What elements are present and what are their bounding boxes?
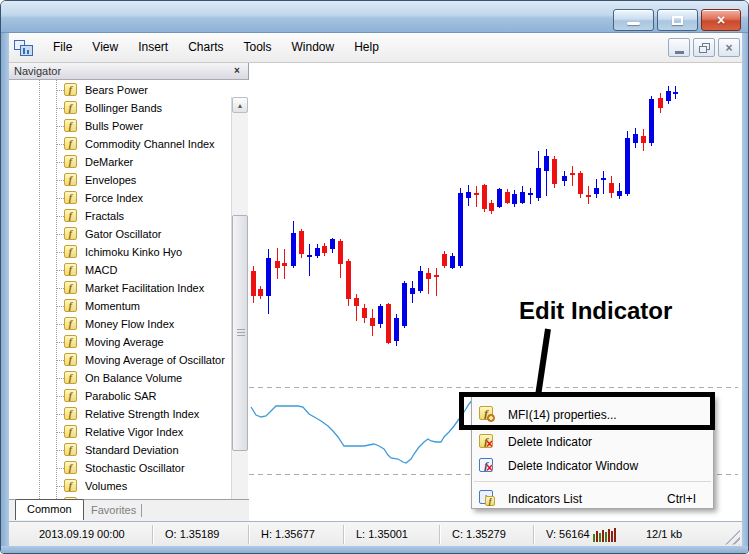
maximize-button[interactable] — [657, 9, 698, 31]
tree-item-momentum[interactable]: fMomentum — [9, 297, 249, 315]
child-restore-button[interactable] — [693, 38, 715, 57]
indicator-function-icon: f — [64, 461, 77, 474]
tree-item-volumes[interactable]: fVolumes — [9, 477, 249, 495]
tree-item-label: Commodity Channel Index — [85, 135, 215, 153]
indicator-context-menu: f MFI(14) properties... f× Delete Indica… — [471, 395, 714, 509]
candlestick — [578, 173, 583, 194]
tree-item-label: On Balance Volume — [85, 369, 182, 387]
candlestick — [666, 91, 671, 101]
indicator-function-icon: f — [64, 173, 77, 186]
tree-item-moving-average-of-oscillator[interactable]: fMoving Average of Oscillator — [9, 351, 249, 369]
tree-item-gator-oscillator[interactable]: fGator Oscillator — [9, 225, 249, 243]
mfi-indicator-line — [251, 394, 478, 463]
menu-item-delete-indicator[interactable]: f× Delete Indicator — [472, 430, 713, 454]
tree-item-parabolic-sar[interactable]: fParabolic SAR — [9, 387, 249, 405]
delete-indicator-icon: f× — [479, 434, 497, 451]
candlestick — [251, 271, 256, 296]
candlestick — [482, 185, 487, 209]
scrollbar-thumb[interactable] — [232, 215, 248, 451]
tree-item-standard-deviation[interactable]: fStandard Deviation — [9, 441, 249, 459]
tree-item-ichimoku-kinko-hyo[interactable]: fIchimoku Kinko Hyo — [9, 243, 249, 261]
indicator-function-icon: f — [64, 335, 77, 348]
tree-item-envelopes[interactable]: fEnvelopes — [9, 171, 249, 189]
tree-item-label: Gator Oscillator — [85, 225, 161, 243]
tree-item-on-balance-volume[interactable]: fOn Balance Volume — [9, 369, 249, 387]
indicator-properties-icon: f — [479, 406, 497, 423]
edit-indicator-annotation: Edit Indicator — [519, 297, 672, 325]
scroll-up-icon[interactable]: ▲ — [232, 97, 248, 113]
tree-item-label: Volumes — [85, 477, 127, 495]
tree-item-demarker[interactable]: fDeMarker — [9, 153, 249, 171]
tree-item-bears-power[interactable]: fBears Power — [9, 81, 249, 99]
candlestick — [330, 239, 335, 249]
child-minimize-button[interactable] — [668, 38, 690, 57]
window-titlebar[interactable]: × — [1, 1, 749, 33]
tree-item-label: Money Flow Index — [85, 315, 174, 333]
tree-item-relative-vigor-index[interactable]: fRelative Vigor Index — [9, 423, 249, 441]
tab-favorites[interactable]: Favorites — [81, 500, 146, 521]
menu-item-delete-indicator-window[interactable]: f× Delete Indicator Window — [472, 454, 713, 478]
menu-tools[interactable]: Tools — [234, 33, 282, 62]
indicator-function-icon: f — [64, 101, 77, 114]
menu-charts[interactable]: Charts — [178, 33, 233, 62]
indicator-function-icon: f — [64, 389, 77, 402]
menu-insert[interactable]: Insert — [128, 33, 178, 62]
menu-help[interactable]: Help — [344, 33, 389, 62]
tree-item-fractals[interactable]: fFractals — [9, 207, 249, 225]
menu-item-mfi-properties[interactable]: f MFI(14) properties... — [472, 399, 713, 430]
menu-file[interactable]: File — [43, 33, 82, 62]
tree-item-commodity-channel-index[interactable]: fCommodity Channel Index — [9, 135, 249, 153]
tree-item-money-flow-index[interactable]: fMoney Flow Index — [9, 315, 249, 333]
child-restore-icon — [699, 43, 710, 53]
tree-item-macd[interactable]: fMACD — [9, 261, 249, 279]
navigator-tabs: Common Favorites — [9, 499, 249, 521]
candlestick — [282, 263, 287, 266]
menu-view[interactable]: View — [82, 33, 128, 62]
candlestick — [570, 173, 575, 175]
candlestick — [434, 275, 439, 277]
candlestick — [633, 134, 638, 143]
candlestick — [474, 193, 479, 195]
tree-item-bollinger-bands[interactable]: fBollinger Bands — [9, 99, 249, 117]
menu-item-indicators-list[interactable]: ↕ f Indicators List Ctrl+I — [472, 486, 713, 511]
close-button[interactable]: × — [701, 9, 741, 31]
indicator-function-icon: f — [64, 83, 77, 96]
tree-item-label: Moving Average — [85, 333, 164, 351]
tree-item-force-index[interactable]: fForce Index — [9, 189, 249, 207]
resize-grip[interactable] — [725, 530, 740, 545]
candlestick — [520, 192, 525, 203]
candlestick — [673, 92, 678, 94]
tree-item-bulls-power[interactable]: fBulls Power — [9, 117, 249, 135]
tree-item-label: Envelopes — [85, 171, 136, 189]
candlestick — [649, 99, 654, 143]
mt4-window: × File View Insert Charts Tools Window H… — [0, 0, 749, 554]
indicator-function-icon: f — [64, 245, 77, 258]
minimize-button[interactable] — [613, 9, 654, 31]
indicator-function-icon: f — [64, 209, 77, 222]
maximize-icon — [672, 16, 683, 25]
navigator-titlebar[interactable]: Navigator × — [9, 63, 248, 80]
tree-item-moving-average[interactable]: fMoving Average — [9, 333, 249, 351]
menu-window[interactable]: Window — [282, 33, 345, 62]
window-controls: × — [613, 9, 741, 31]
tree-item-stochastic-oscillator[interactable]: fStochastic Oscillator — [9, 459, 249, 477]
status-close: C: 1.35279 — [440, 525, 534, 544]
status-low: L: 1.35001 — [344, 525, 440, 544]
tab-common[interactable]: Common — [15, 499, 84, 520]
tree-item-market-facilitation-index[interactable]: fMarket Facilitation Index — [9, 279, 249, 297]
tree-item-label: MACD — [85, 261, 117, 279]
candlestick — [505, 192, 510, 203]
child-close-button[interactable]: × — [718, 38, 740, 57]
candlestick — [386, 304, 391, 343]
screenshot-root: × File View Insert Charts Tools Window H… — [0, 0, 749, 554]
candlestick — [552, 159, 557, 184]
child-close-icon: × — [725, 42, 732, 54]
indicator-function-icon: f — [64, 119, 77, 132]
navigator-scrollbar[interactable]: ▲ ▼ — [231, 97, 248, 499]
navigator-close-icon[interactable]: × — [230, 64, 244, 78]
tree-item-relative-strength-index[interactable]: fRelative Strength Index — [9, 405, 249, 423]
candlestick — [322, 246, 327, 253]
candlestick — [536, 168, 541, 198]
window-border-bottom — [1, 546, 749, 554]
indicator-function-icon: f — [64, 353, 77, 366]
